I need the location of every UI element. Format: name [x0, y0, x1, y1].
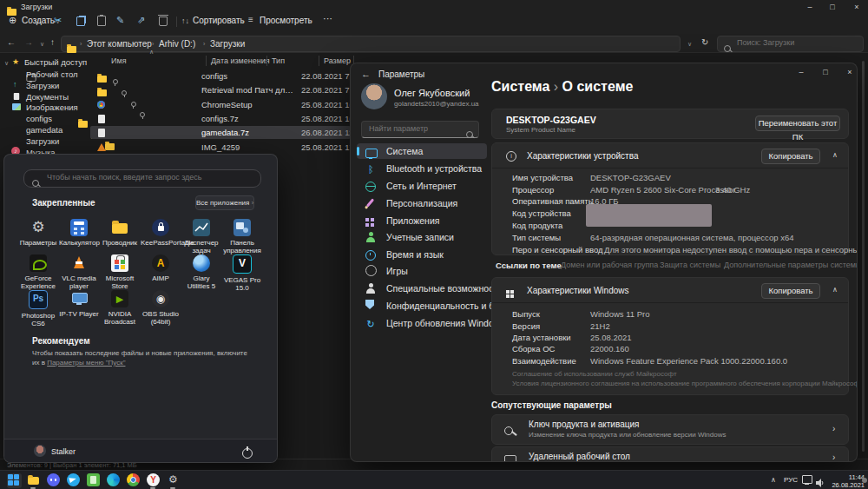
volume-icon[interactable]	[816, 475, 825, 489]
clock[interactable]: 11:44 26.08.2021	[830, 473, 865, 489]
rename-icon[interactable]: ✎	[116, 15, 124, 26]
start-app-aimp[interactable]: A AIMP	[141, 254, 181, 282]
settings-search-box[interactable]	[361, 121, 479, 138]
start-app-vegas[interactable]: V VEGAS Pro 15.0	[222, 254, 262, 292]
start-settings-link[interactable]: Параметры меню "Пуск"	[47, 359, 125, 367]
settings-close-button[interactable]: ×	[840, 68, 858, 76]
settings-maximize-button[interactable]: □	[816, 68, 835, 76]
nav-up-button[interactable]: ↑	[50, 37, 55, 47]
start-app-glary[interactable]: Glary Utilities 5	[181, 254, 221, 290]
power-button[interactable]	[242, 448, 253, 459]
start-button[interactable]	[7, 473, 22, 488]
sidebar-item-documents[interactable]: Документы	[26, 92, 69, 102]
sidebar-item-bluetooth[interactable]: ᛒ Bluetooth и устройства	[357, 161, 487, 176]
delete-icon[interactable]	[159, 17, 168, 26]
link-advanced-system[interactable]: Дополнительные параметры системы	[724, 261, 858, 269]
page-title-section[interactable]: Система	[491, 79, 549, 94]
start-user-name[interactable]: Stalker	[51, 447, 76, 456]
sidebar-item-configs[interactable]: configs	[26, 114, 52, 123]
sidebar-item-desktop[interactable]: Рабочий стол	[26, 69, 78, 79]
taskbar-explorer-icon[interactable]	[27, 473, 40, 486]
breadcrumb-this-pc[interactable]: Этот компьютер	[87, 39, 152, 49]
start-user-avatar[interactable]	[34, 445, 46, 457]
sidebar-item-downloads-2[interactable]: Загрузки	[26, 136, 59, 146]
ms-services-agreement-link[interactable]: Соглашение об использовании служб Майкро…	[512, 370, 677, 378]
sort-button[interactable]: Сортировать	[193, 16, 245, 25]
file-row-selected[interactable]: gamedata.7z26.08.2021 11:38Файл "7Z"72 8…	[90, 126, 351, 139]
start-app-nvidia-broadcast[interactable]: ▶ NVIDIA Broadcast	[100, 290, 140, 326]
sidebar-item-privacy[interactable]: Конфиденциальность и безопас...	[357, 298, 487, 314]
copy-icon[interactable]	[76, 17, 85, 26]
nav-forward-button[interactable]: →	[24, 37, 33, 47]
settings-minimize-button[interactable]: –	[792, 68, 811, 76]
sidebar-item-apps[interactable]: Приложения	[357, 213, 487, 228]
column-header-date[interactable]: Дата изменения	[211, 56, 270, 65]
column-header-size[interactable]: Размер	[324, 56, 351, 65]
quick-access-expand-chevron[interactable]: ∨	[4, 60, 9, 67]
explorer-scrollbar[interactable]	[862, 61, 865, 452]
address-dropdown-chevron[interactable]: ∨	[687, 41, 692, 48]
new-item-button[interactable]: Создать	[22, 16, 55, 25]
language-indicator[interactable]: РУС	[784, 476, 798, 484]
cut-icon[interactable]: ✂	[54, 15, 62, 26]
file-row[interactable]: Retrieval mod Патч для стримеров22.08.20…	[90, 83, 351, 96]
start-search-box[interactable]	[23, 169, 261, 188]
copy-device-specs-button[interactable]: Копировать	[761, 149, 820, 164]
start-app-keepass[interactable]: KeePassPortable	[141, 219, 181, 247]
sidebar-item-windows-update[interactable]: ↻ Центр обновления Windows	[357, 315, 487, 331]
explorer-search-box[interactable]	[717, 36, 864, 52]
sidebar-item-personalization[interactable]: Персонализация	[357, 195, 487, 211]
start-app-geforce[interactable]: GeForce Experience	[18, 254, 58, 290]
sidebar-item-accounts[interactable]: Учетные записи	[357, 229, 487, 245]
start-app-control-panel[interactable]: Панель управления	[222, 219, 262, 254]
taskbar-green-app-icon[interactable]	[87, 473, 100, 486]
breadcrumb-drive[interactable]: Arhiv (D:)	[159, 39, 195, 49]
taskbar-edge-icon[interactable]	[107, 473, 120, 486]
breadcrumb-folder[interactable]: Загрузки	[210, 39, 245, 49]
taskbar-discord-icon[interactable]	[47, 473, 60, 486]
column-header-name[interactable]: Имя	[111, 56, 127, 65]
link-system-protection[interactable]: Защита системы	[660, 261, 720, 269]
explorer-close-button[interactable]: ×	[847, 3, 866, 11]
sidebar-item-downloads[interactable]: Загрузки	[26, 81, 59, 90]
more-options-button[interactable]: ···	[323, 13, 332, 23]
sidebar-item-network[interactable]: Сеть и Интернет	[357, 178, 487, 194]
taskbar-chrome-icon[interactable]	[127, 473, 140, 486]
settings-search-input[interactable]	[367, 123, 462, 134]
explorer-maximize-button[interactable]: □	[823, 3, 842, 11]
start-app-vlc[interactable]: VLC media player	[59, 254, 99, 290]
collapse-chevron-icon[interactable]: ∧	[832, 151, 838, 159]
start-app-calculator[interactable]: Калькулятор	[59, 219, 99, 247]
sidebar-item-accessibility[interactable]: Специальные возможности	[357, 281, 487, 296]
start-app-settings[interactable]: ⚙ Параметры	[18, 219, 58, 247]
file-row[interactable]: configs22.08.2021 7:38Папка с файлами	[90, 69, 351, 83]
refresh-button[interactable]: ↻	[701, 37, 708, 47]
column-header-type[interactable]: Тип	[272, 56, 285, 65]
file-row[interactable]: configs.7z25.08.2021 16:30Файл "7Z"10 КБ	[90, 112, 351, 125]
paste-icon[interactable]	[97, 16, 106, 26]
file-row[interactable]: IMG_425925.08.2021 17:16MP4 Video File (…	[90, 141, 351, 154]
sidebar-quick-access[interactable]: Быстрый доступ	[24, 57, 87, 67]
settings-back-button[interactable]: ←	[361, 69, 371, 79]
explorer-minimize-button[interactable]: –	[800, 3, 819, 11]
explorer-search-input[interactable]	[735, 37, 860, 48]
copy-windows-specs-button[interactable]: Копировать	[761, 283, 820, 299]
related-item-remote-desktop[interactable]: Удаленный рабочий стол ›	[491, 446, 849, 462]
sidebar-item-system[interactable]: Система	[357, 143, 487, 159]
nav-back-button[interactable]: ←	[7, 37, 16, 47]
start-app-iptv[interactable]: IP-TV Player	[59, 290, 99, 318]
share-icon[interactable]: ⇗	[137, 15, 145, 26]
network-icon[interactable]	[802, 475, 812, 484]
sidebar-item-gamedata[interactable]: gamedata	[26, 125, 62, 135]
settings-user-avatar[interactable]	[361, 83, 387, 109]
all-apps-button[interactable]: Все приложения ›	[195, 195, 254, 210]
related-item-activation[interactable]: Ключ продукта и активация Изменение ключ…	[491, 414, 849, 445]
taskbar-telegram-icon[interactable]	[67, 473, 80, 486]
start-search-input[interactable]	[45, 172, 255, 182]
nav-history-chevron[interactable]: ∨	[40, 41, 44, 48]
sidebar-item-gaming[interactable]: Игры	[357, 263, 487, 279]
notifications-button[interactable]	[862, 478, 867, 483]
start-app-explorer[interactable]: Проводник	[100, 219, 140, 247]
ms-license-terms-link[interactable]: Условия лицензионного соглашения на испо…	[512, 380, 858, 387]
collapse-chevron-icon[interactable]: ∧	[832, 286, 838, 294]
